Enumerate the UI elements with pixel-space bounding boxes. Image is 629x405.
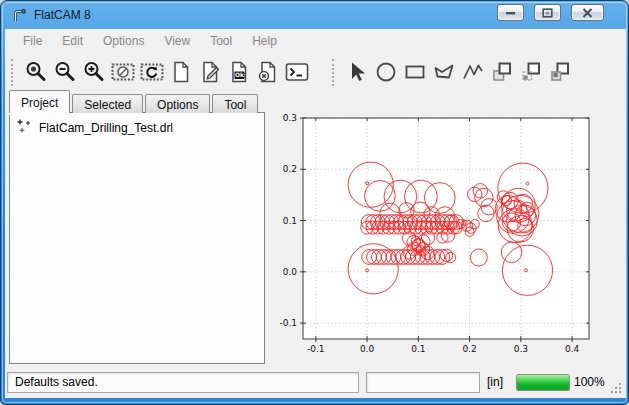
zoom-fit-button[interactable]: [21, 58, 50, 87]
delete-object-icon: [256, 60, 280, 84]
titlebar[interactable]: FlatCAM 8: [1, 1, 628, 29]
x-tick-label: 0.1: [411, 344, 425, 354]
menu-options[interactable]: Options: [93, 31, 154, 51]
zoom-out-icon: [53, 60, 77, 84]
draw-circle-button[interactable]: [371, 58, 400, 87]
clear-plot-button[interactable]: [108, 58, 137, 87]
geometry-editor-toolbar: [326, 58, 574, 87]
shell-button[interactable]: [282, 58, 311, 87]
units-label: [in]: [487, 372, 503, 393]
progress-percent-label: 100%: [574, 372, 605, 393]
drill-object-icon: [16, 118, 32, 137]
activity-field: [366, 372, 480, 393]
y-tick-label: -0.1: [279, 318, 297, 328]
main-toolbar: Ok: [5, 58, 311, 87]
project-tree-panel[interactable]: FlatCam_Drilling_Test.drl: [9, 112, 265, 364]
tab-options[interactable]: Options: [145, 94, 210, 113]
run-script-button[interactable]: Ok: [224, 58, 253, 87]
progress-bar: [516, 374, 570, 391]
y-tick-label: 0.0: [283, 267, 298, 277]
window-title: FlatCAM 8: [34, 8, 91, 22]
y-tick-label: 0.1: [283, 216, 297, 226]
x-tick-label: 0.0: [360, 344, 375, 354]
plot-figure[interactable]: -0.10.00.10.20.30.4-0.10.00.10.20.3: [269, 97, 624, 368]
draw-polygon-button[interactable]: [429, 58, 458, 87]
replot-button[interactable]: [137, 58, 166, 87]
y-tick-label: 0.2: [283, 164, 297, 174]
draw-path-icon: [461, 60, 485, 84]
resize-grip[interactable]: [609, 381, 623, 395]
tab-project[interactable]: Project: [9, 90, 70, 113]
caption-buttons: [497, 4, 604, 21]
minimize-button[interactable]: [497, 4, 524, 21]
toolbar: Ok: [5, 53, 626, 91]
clear-plot-icon: [111, 60, 135, 84]
menu-tool[interactable]: Tool: [200, 31, 242, 51]
x-tick-label: -0.1: [307, 344, 325, 354]
draw-polygon-icon: [432, 60, 456, 84]
polygon-intersect-icon: [548, 60, 572, 84]
draw-circle-icon: [374, 60, 398, 84]
zoom-in-icon: [82, 60, 106, 84]
y-tick-label: 0.3: [283, 113, 297, 123]
zoom-in-button[interactable]: [79, 58, 108, 87]
draw-rectangle-button[interactable]: [400, 58, 429, 87]
replot-icon: [140, 60, 164, 84]
polygon-subtract-button[interactable]: [516, 58, 545, 87]
open-project-button[interactable]: [195, 58, 224, 87]
zoom-out-button[interactable]: [50, 58, 79, 87]
svg-text:Ok: Ok: [234, 71, 244, 78]
progress-bar-fill: [517, 375, 569, 390]
polygon-union-button[interactable]: [487, 58, 516, 87]
toolbar-drag-handle[interactable]: [332, 59, 337, 86]
menu-file[interactable]: File: [13, 31, 52, 51]
tree-item-label: FlatCam_Drilling_Test.drl: [39, 121, 173, 135]
menubar: FileEditOptionsViewToolHelp: [5, 29, 626, 53]
plot-canvas[interactable]: -0.10.00.10.20.30.4-0.10.00.10.20.3: [269, 97, 624, 368]
toolbar-drag-handle[interactable]: [11, 59, 16, 86]
draw-path-button[interactable]: [458, 58, 487, 87]
zoom-fit-icon: [24, 60, 48, 84]
flatcam-window: FlatCAM 8 FileEditOptionsViewToolHelp Ok…: [0, 0, 629, 405]
polygon-subtract-icon: [519, 60, 543, 84]
select-icon: [345, 60, 369, 84]
close-button[interactable]: [571, 4, 604, 21]
delete-object-button[interactable]: [253, 58, 282, 87]
shell-icon: [285, 60, 309, 84]
open-project-icon: [198, 60, 222, 84]
statusbar: Defaults saved. [in] 100%: [5, 368, 626, 398]
x-tick-label: 0.2: [462, 344, 476, 354]
menu-edit[interactable]: Edit: [52, 31, 93, 51]
status-message: Defaults saved.: [7, 372, 359, 393]
new-project-icon: [169, 60, 193, 84]
polygon-union-icon: [490, 60, 514, 84]
x-tick-label: 0.3: [514, 344, 528, 354]
menu-view[interactable]: View: [154, 31, 200, 51]
tab-tool[interactable]: Tool: [212, 94, 258, 113]
run-script-icon: Ok: [227, 60, 251, 84]
flatcam-logo-icon: [11, 7, 28, 24]
tab-selected[interactable]: Selected: [72, 94, 143, 113]
notebook-tabs: ProjectSelectedOptionsTool: [9, 90, 260, 113]
x-tick-label: 0.4: [565, 344, 580, 354]
new-project-button[interactable]: [166, 58, 195, 87]
maximize-button[interactable]: [534, 4, 561, 21]
draw-rectangle-icon: [403, 60, 427, 84]
tree-item[interactable]: FlatCam_Drilling_Test.drl: [10, 113, 264, 137]
polygon-intersect-button[interactable]: [545, 58, 574, 87]
menu-help[interactable]: Help: [242, 31, 287, 51]
select-button[interactable]: [342, 58, 371, 87]
window-content: FileEditOptionsViewToolHelp Ok ProjectSe…: [5, 29, 626, 398]
